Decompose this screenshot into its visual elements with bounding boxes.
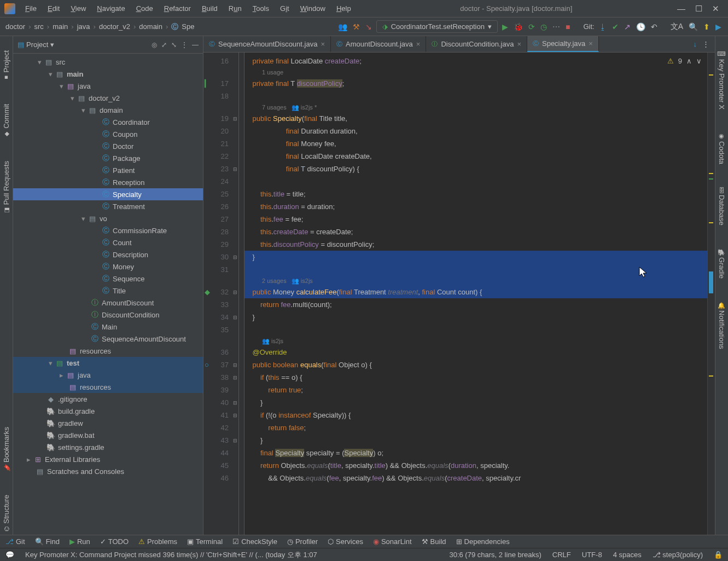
crumb-4[interactable]: doctor_v2: [99, 22, 130, 31]
profile-button[interactable]: ◷: [539, 21, 548, 32]
run-button[interactable]: ▶: [501, 21, 509, 32]
close-icon[interactable]: ×: [416, 40, 421, 48]
tool-git[interactable]: ⎇Git: [5, 537, 25, 546]
tool-terminal[interactable]: ▣Terminal: [187, 537, 223, 546]
menu-navigate[interactable]: Navigate: [92, 2, 129, 15]
ide-updates-icon[interactable]: ⬆: [702, 21, 711, 32]
menu-code[interactable]: Code: [132, 2, 158, 15]
menu-file[interactable]: File: [21, 2, 41, 15]
tool-bookmarks[interactable]: 🔖 Bookmarks: [1, 424, 11, 475]
tree-class[interactable]: ⒸCoupon: [13, 128, 203, 140]
tool-database[interactable]: 🗄 Database: [717, 184, 727, 229]
tree-java[interactable]: ▾▤java: [13, 80, 203, 92]
minimize-button[interactable]: —: [677, 4, 685, 14]
more-tabs-icon[interactable]: ⋮: [702, 40, 709, 48]
tree-class[interactable]: ⒾAmountDiscount: [13, 297, 203, 309]
tree-class[interactable]: ⒸPackage: [13, 152, 203, 164]
tool-commit[interactable]: ◆ Commit: [1, 101, 11, 141]
tab-amountdiscount[interactable]: ⒸAmountDiscount.java×: [331, 36, 426, 52]
maximize-button[interactable]: ☐: [695, 4, 702, 14]
up-icon[interactable]: ∧: [686, 55, 692, 67]
crumb-2[interactable]: main: [53, 22, 68, 31]
users-icon[interactable]: 👥: [337, 21, 348, 32]
tree-domain[interactable]: ▾▤domain: [13, 104, 203, 116]
tree-class[interactable]: ⒸCommissionRate: [13, 224, 203, 236]
build-arrow-icon[interactable]: ↘: [364, 21, 373, 32]
tree-test[interactable]: ▾▤test: [13, 357, 203, 369]
lock-icon[interactable]: 🔒: [714, 551, 723, 559]
tool-codota[interactable]: ◉ Codota: [717, 129, 727, 167]
tool-pull-requests[interactable]: ⬓ Pull Requests: [1, 158, 11, 217]
tree-class[interactable]: ⒸCount: [13, 236, 203, 248]
tree-file[interactable]: ◆.gitignore: [13, 393, 203, 405]
tree-doctor-v2[interactable]: ▾▤doctor_v2: [13, 92, 203, 104]
nav-prev-icon[interactable]: ↓: [694, 40, 697, 48]
menu-build[interactable]: Build: [197, 2, 222, 15]
hide-icon[interactable]: —: [192, 41, 199, 49]
git-rollback-icon[interactable]: ↶: [650, 21, 659, 32]
git-history-icon[interactable]: 🕓: [635, 21, 647, 32]
tree-ext-lib[interactable]: ▸⊞External Libraries: [13, 453, 203, 465]
menu-help[interactable]: Help: [332, 2, 356, 15]
caret-position[interactable]: 30:6 (79 chars, 2 line breaks): [449, 551, 541, 559]
tree-file[interactable]: 🐘settings.gradle: [13, 441, 203, 453]
indent-setting[interactable]: 4 spaces: [613, 551, 642, 559]
down-icon[interactable]: ∨: [696, 55, 702, 67]
tree-class[interactable]: ⒸSequence: [13, 273, 203, 285]
menu-git[interactable]: Git: [276, 2, 294, 15]
tab-specialty[interactable]: ⒸSpecialty.java×: [527, 36, 599, 52]
line-gutter[interactable]: 1617▎1819⊟20212223⊟24252627282930⊟3132⊟◆…: [203, 53, 239, 535]
tree-class[interactable]: ⒸSequenceAmountDiscount: [13, 333, 203, 345]
crumb-3[interactable]: java: [77, 22, 90, 31]
tool-checkstyle[interactable]: ☑CheckStyle: [232, 537, 277, 546]
tree-class[interactable]: ⒸPatient: [13, 164, 203, 176]
tool-profiler[interactable]: ◷Profiler: [287, 537, 318, 546]
fold-gutter[interactable]: [239, 53, 244, 535]
tree-test-resources[interactable]: ▤resources: [13, 381, 203, 393]
tree-class[interactable]: ⒸTitle: [13, 285, 203, 297]
tool-key-promoter[interactable]: ⌨ Key Promoter X: [717, 47, 727, 113]
close-button[interactable]: ✕: [712, 4, 719, 14]
tree-file[interactable]: 🐘build.gradle: [13, 405, 203, 417]
expand-icon[interactable]: ⤢: [161, 41, 167, 49]
git-push-icon[interactable]: ↗: [623, 21, 632, 32]
code-body[interactable]: ⚠ 9 ∧ ∨ private final LocalDate createDa…: [244, 53, 707, 535]
tree-resources[interactable]: ▤resources: [13, 345, 203, 357]
project-tree[interactable]: ▾▤src ▾▤main ▾▤java ▾▤doctor_v2 ▾▤domain…: [13, 54, 203, 535]
close-icon[interactable]: ×: [589, 39, 593, 48]
gear-icon[interactable]: ⋮: [181, 41, 188, 49]
menu-view[interactable]: View: [66, 2, 90, 15]
tree-iface[interactable]: ⒾDiscountCondition: [13, 309, 203, 321]
tree-main[interactable]: ▾▤main: [13, 68, 203, 80]
tree-file[interactable]: 🐘gradlew.bat: [13, 429, 203, 441]
attach-button[interactable]: ⋯: [551, 21, 561, 32]
tool-build[interactable]: ⚒Build: [422, 537, 446, 546]
crumb-5[interactable]: domain: [139, 22, 162, 31]
coverage-button[interactable]: ⟳: [527, 21, 536, 32]
tool-project[interactable]: ■ Project: [1, 47, 11, 84]
crumb-1[interactable]: src: [34, 22, 43, 31]
tree-test-java[interactable]: ▸▤java: [13, 369, 203, 381]
tool-gradle[interactable]: 🐘 Gradle: [717, 245, 727, 282]
line-separator[interactable]: CRLF: [552, 551, 571, 559]
git-commit-icon[interactable]: ✔: [611, 21, 620, 32]
notification-icon[interactable]: 💬: [5, 551, 14, 559]
menu-run[interactable]: Run: [224, 2, 246, 15]
collapse-icon[interactable]: ⤡: [171, 41, 177, 49]
tool-notifications[interactable]: 🔔 Notifications: [717, 298, 727, 352]
tree-class[interactable]: ⒸReception: [13, 176, 203, 188]
menu-refactor[interactable]: Refactor: [160, 2, 195, 15]
tab-discountcondition[interactable]: ⒾDiscountCondition.java×: [426, 36, 527, 52]
translate-icon[interactable]: 文A: [669, 21, 684, 33]
tool-structure[interactable]: ⌬ Structure: [1, 491, 11, 535]
tool-run[interactable]: ▶Run: [69, 537, 90, 546]
tree-class[interactable]: ⒸDoctor: [13, 140, 203, 152]
search-everywhere-icon[interactable]: 🔍: [688, 21, 699, 32]
tool-find[interactable]: 🔍Find: [35, 537, 60, 546]
tool-services[interactable]: ⬡Services: [328, 537, 363, 546]
stop-button[interactable]: ■: [564, 21, 571, 32]
close-icon[interactable]: ×: [517, 40, 521, 48]
project-view-select[interactable]: ▤ Project ▾: [18, 41, 54, 49]
tree-file[interactable]: 🐘gradlew: [13, 417, 203, 429]
tab-sequenceamountdiscount[interactable]: ⒸSequenceAmountDiscount.java×: [203, 36, 331, 52]
